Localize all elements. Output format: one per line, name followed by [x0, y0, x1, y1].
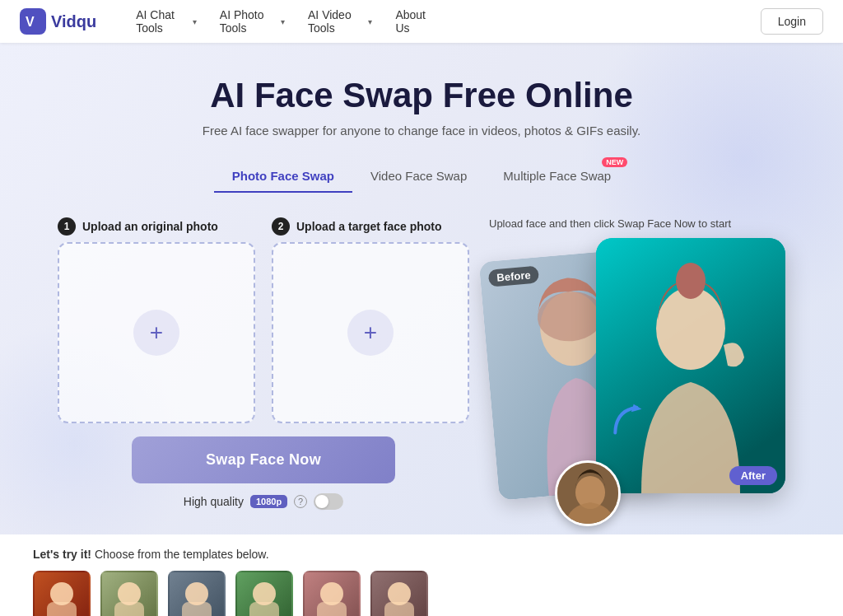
quality-toggle[interactable]: [314, 493, 343, 510]
nav-ai-chat-label: AI Chat Tools: [136, 8, 189, 35]
nav-ai-video-label: AI Video Tools: [308, 8, 365, 35]
right-panel: Upload face and then click Swap Face Now…: [489, 217, 785, 518]
swap-face-button[interactable]: Swap Face Now: [132, 436, 395, 483]
preview-container: Before: [489, 238, 785, 518]
template-thumb-2[interactable]: [100, 571, 158, 616]
template-row: [33, 571, 810, 616]
svg-text:V: V: [26, 15, 35, 29]
tab-photo-face-swap[interactable]: Photo Face Swap: [214, 161, 352, 193]
toggle-knob: [315, 495, 328, 508]
nav-ai-photo[interactable]: AI Photo Tools ▾: [210, 3, 295, 40]
upload-original-text: Upload an original photo: [82, 220, 218, 233]
hero-title: AI Face Swap Free Online: [20, 76, 823, 115]
tab-multiple-face-swap[interactable]: Multiple Face Swap NEW: [485, 161, 629, 193]
preview-label: Upload face and then click Swap Face Now…: [489, 217, 731, 230]
tab-video-label: Video Face Swap: [370, 169, 467, 183]
upload-original-label: 1 Upload an original photo: [58, 217, 255, 236]
chevron-down-icon: ▾: [281, 17, 285, 26]
tab-multiple-label: Multiple Face Swap: [503, 169, 611, 183]
template-thumb-5[interactable]: [303, 571, 361, 616]
template-thumb-1[interactable]: [33, 571, 91, 616]
after-bg: [596, 238, 785, 493]
nav-ai-video[interactable]: AI Video Tools ▾: [298, 3, 382, 40]
logo[interactable]: V Vidqu: [20, 8, 96, 35]
hero-section: AI Face Swap Free Online Free AI face sw…: [0, 43, 843, 534]
lets-try-rest: Choose from the templates below.: [95, 548, 269, 561]
face-circle-thumbnail: [555, 460, 621, 526]
after-tag: After: [729, 466, 777, 485]
nav-links: AI Chat Tools ▾ AI Photo Tools ▾ AI Vide…: [126, 3, 443, 40]
brand-name: Vidqu: [51, 12, 96, 31]
template-thumb-4[interactable]: [235, 571, 293, 616]
quality-row: High quality 1080p ?: [184, 493, 343, 510]
logo-icon: V: [20, 8, 46, 35]
svg-point-7: [676, 263, 706, 299]
nav-about-label: About Us: [395, 8, 426, 35]
step-2-number: 2: [272, 217, 290, 236]
upload-target-text: Upload a target face photo: [296, 220, 442, 233]
help-icon[interactable]: ?: [294, 495, 307, 508]
nav-ai-chat[interactable]: AI Chat Tools ▾: [126, 3, 207, 40]
upload-row: 1 Upload an original photo + 2 Upload a …: [58, 217, 469, 423]
nav-about[interactable]: About Us: [385, 3, 443, 40]
left-panel: 1 Upload an original photo + 2 Upload a …: [58, 217, 469, 510]
lets-try-bold: Let's try it!: [33, 548, 91, 561]
chevron-down-icon: ▾: [368, 17, 372, 26]
login-button[interactable]: Login: [761, 8, 823, 35]
new-badge: NEW: [602, 157, 627, 167]
after-figure: [596, 238, 785, 493]
step-1-number: 1: [58, 217, 76, 236]
plus-icon: +: [347, 310, 394, 356]
svg-point-6: [656, 287, 725, 370]
upload-target-box[interactable]: +: [272, 242, 469, 423]
plus-icon: +: [133, 310, 179, 356]
after-image: After: [596, 238, 785, 493]
chevron-down-icon: ▾: [193, 17, 197, 26]
tab-photo-label: Photo Face Swap: [232, 169, 334, 183]
upload-target-container: 2 Upload a target face photo +: [272, 217, 469, 423]
tab-video-face-swap[interactable]: Video Face Swap: [352, 161, 485, 193]
upload-original-box[interactable]: +: [58, 242, 255, 423]
upload-target-label: 2 Upload a target face photo: [272, 217, 469, 236]
quality-badge: 1080p: [250, 495, 287, 508]
main-content: 1 Upload an original photo + 2 Upload a …: [20, 217, 823, 518]
bottom-section: Let's try it! Choose from the templates …: [0, 534, 843, 616]
template-thumb-6[interactable]: [370, 571, 428, 616]
nav-ai-photo-label: AI Photo Tools: [220, 8, 277, 35]
navbar: V Vidqu AI Chat Tools ▾ AI Photo Tools ▾…: [0, 0, 843, 43]
hero-subtitle: Free AI face swapper for anyone to chang…: [20, 124, 823, 138]
lets-try-text: Let's try it! Choose from the templates …: [33, 548, 810, 561]
quality-label: High quality: [184, 495, 244, 508]
template-thumb-3[interactable]: [168, 571, 226, 616]
tab-bar: Photo Face Swap Video Face Swap Multiple…: [20, 161, 823, 193]
upload-original-container: 1 Upload an original photo +: [58, 217, 255, 423]
